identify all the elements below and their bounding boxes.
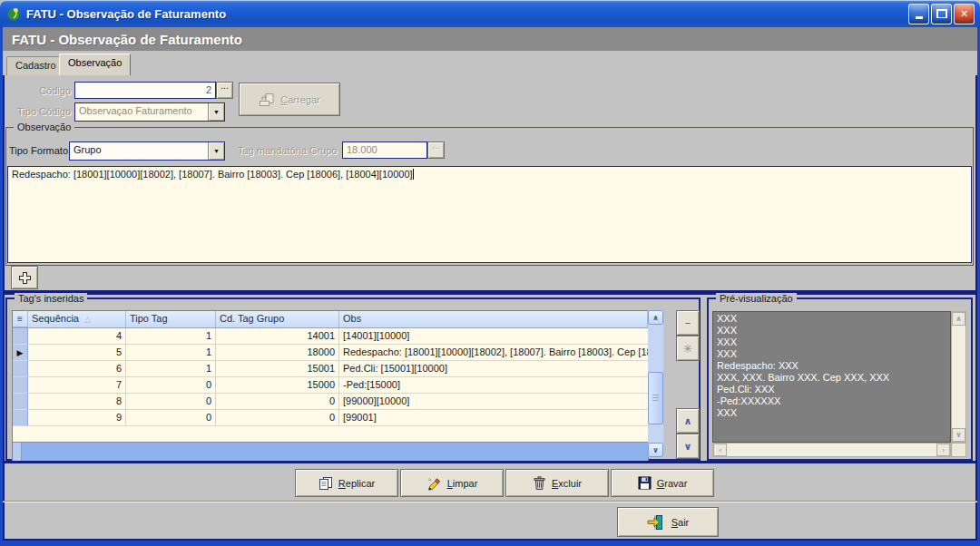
- scroll-left-icon[interactable]: ‹: [713, 444, 727, 456]
- chevron-down-icon[interactable]: ▼: [208, 142, 224, 160]
- row-list-icon[interactable]: ≡: [13, 311, 28, 327]
- row-selector[interactable]: [13, 377, 28, 394]
- refresh-tags-button[interactable]: ✳: [676, 336, 700, 361]
- scrollbar-thumb[interactable]: [648, 372, 663, 424]
- minimize-button[interactable]: [908, 4, 929, 24]
- cell-cd-tag-grupo[interactable]: 14001: [216, 328, 339, 345]
- cell-obs[interactable]: [99001]: [339, 410, 648, 426]
- row-selector[interactable]: [13, 328, 28, 345]
- tipo-codigo-select[interactable]: Observaçao Faturamento ▼: [74, 102, 225, 122]
- column-header-sequencia[interactable]: Sequência△: [28, 311, 126, 327]
- close-button[interactable]: ✕: [954, 4, 975, 24]
- excluir-label: Excluir: [552, 478, 582, 489]
- section-divider: [3, 290, 977, 295]
- cell-sequencia[interactable]: 7: [28, 377, 126, 394]
- gravar-button[interactable]: Gravar: [611, 469, 714, 497]
- add-tag-button[interactable]: [11, 266, 38, 289]
- table-row[interactable]: 800[99000][10000]: [13, 394, 648, 410]
- cell-tipo-tag[interactable]: 1: [126, 345, 216, 361]
- column-header-tipo-tag[interactable]: Tipo Tag: [126, 311, 216, 327]
- table-row[interactable]: 6115001Ped.Cli: [15001][10000]: [13, 361, 648, 377]
- arrow-down-icon: ∨: [684, 441, 692, 453]
- cell-cd-tag-grupo[interactable]: 15001: [216, 361, 339, 377]
- codigo-label: Código: [27, 85, 71, 96]
- cell-sequencia[interactable]: 8: [28, 394, 126, 410]
- tipo-formato-select[interactable]: Grupo ▼: [69, 141, 225, 161]
- text-caret: [413, 169, 414, 180]
- cell-sequencia[interactable]: 9: [28, 410, 126, 426]
- move-down-button[interactable]: ∨: [676, 434, 700, 459]
- scroll-up-icon[interactable]: ∧: [648, 310, 663, 325]
- observacao-textarea[interactable]: Redespacho: [18001][10000][18002], [1800…: [7, 166, 972, 263]
- tab-cadastro[interactable]: Cadastro: [6, 56, 65, 75]
- preview-vertical-scrollbar[interactable]: ∧ ∨: [951, 311, 966, 443]
- cell-obs[interactable]: Redespacho: [18001][10000][18002], [1800…: [339, 345, 648, 361]
- grid-vertical-scrollbar[interactable]: ∧ ∨: [648, 310, 663, 457]
- row-selector[interactable]: [13, 394, 28, 410]
- cell-tipo-tag[interactable]: 0: [126, 377, 216, 394]
- trash-icon: [533, 476, 546, 491]
- cell-sequencia[interactable]: 5: [28, 345, 126, 361]
- observacao-text: Redespacho: [18001][10000][18002], [1800…: [12, 169, 413, 180]
- cell-obs[interactable]: [14001][10000]: [339, 328, 648, 345]
- cell-cd-tag-grupo[interactable]: 18000: [216, 345, 339, 361]
- maximize-icon: [936, 9, 947, 18]
- page-title: FATU - Observação de Faturamento: [3, 32, 242, 47]
- remove-row-button[interactable]: −: [676, 310, 700, 336]
- cell-tipo-tag[interactable]: 1: [126, 328, 216, 345]
- grid-horizontal-scrollbar[interactable]: [13, 442, 648, 461]
- cell-cd-tag-grupo[interactable]: 0: [216, 410, 339, 426]
- scrollbar-thumb[interactable]: [13, 443, 22, 461]
- inner-border-right: [975, 75, 977, 539]
- cell-obs[interactable]: Ped.Cli: [15001][10000]: [339, 361, 648, 377]
- carregar-button[interactable]: Carregar: [239, 83, 340, 116]
- scroll-down-icon[interactable]: ∨: [952, 428, 965, 442]
- table-row[interactable]: 7015000-Ped:[15000]: [13, 377, 648, 394]
- arrow-up-icon: ∧: [684, 415, 692, 427]
- table-row[interactable]: 900[99001]: [13, 410, 648, 426]
- column-header-cd-tag-grupo[interactable]: Cd. Tag Grupo: [216, 311, 339, 327]
- preview-horizontal-scrollbar[interactable]: ‹ ›: [712, 443, 951, 457]
- cell-sequencia[interactable]: 4: [28, 328, 126, 345]
- column-header-obs[interactable]: Obs: [339, 311, 648, 327]
- preview-group-label: Pré-visualização: [716, 293, 797, 304]
- codigo-browse-button[interactable]: ...: [216, 82, 233, 99]
- cell-tipo-tag[interactable]: 0: [126, 394, 216, 410]
- table-row[interactable]: 4114001[14001][10000]: [13, 328, 648, 345]
- row-selector[interactable]: ▶: [13, 345, 28, 361]
- tab-observacao[interactable]: Observação: [59, 54, 131, 75]
- maximize-button[interactable]: [931, 4, 952, 24]
- tags-inseridas-group-label: Tag's inseridas: [15, 293, 87, 304]
- cell-cd-tag-grupo[interactable]: 0: [216, 394, 339, 410]
- grid-header-row: ≡ Sequência△ Tipo Tag Cd. Tag Grupo Obs: [13, 311, 648, 328]
- scroll-up-icon[interactable]: ∧: [952, 312, 965, 326]
- minimize-icon: [916, 16, 923, 19]
- chevron-down-icon[interactable]: ▼: [208, 103, 224, 121]
- window-border-bottom: [0, 541, 980, 546]
- scroll-down-icon[interactable]: ∨: [648, 443, 663, 457]
- app-window: FATU - Observação de Faturamento ✕ FATU …: [0, 0, 980, 546]
- row-selector[interactable]: [13, 361, 28, 377]
- table-row[interactable]: ▶5118000Redespacho: [18001][10000][18002…: [13, 345, 648, 361]
- cell-tipo-tag[interactable]: 1: [126, 361, 216, 377]
- cell-obs[interactable]: -Ped:[15000]: [339, 377, 648, 394]
- move-up-button[interactable]: ∧: [676, 408, 700, 434]
- tag-mandatoria-input[interactable]: 18.000: [342, 141, 427, 159]
- cell-cd-tag-grupo[interactable]: 15000: [216, 377, 339, 394]
- app-icon: [5, 5, 22, 22]
- cell-sequencia[interactable]: 6: [28, 361, 126, 377]
- limpar-button[interactable]: Limpar: [400, 469, 504, 497]
- row-selector[interactable]: [13, 410, 28, 426]
- sair-button[interactable]: Sair: [617, 507, 719, 537]
- cell-obs[interactable]: [99000][10000]: [339, 394, 648, 410]
- cell-tipo-tag[interactable]: 0: [126, 410, 216, 426]
- codigo-input[interactable]: 2: [74, 82, 216, 99]
- tags-grid: ≡ Sequência△ Tipo Tag Cd. Tag Grupo Obs …: [12, 310, 649, 462]
- tag-mandatoria-browse-button[interactable]: ...: [427, 141, 445, 159]
- excluir-button[interactable]: Excluir: [505, 469, 609, 497]
- preview-line: -Ped:XXXXXX: [717, 395, 946, 407]
- replicar-button[interactable]: Replicar: [295, 469, 398, 497]
- scroll-right-icon[interactable]: ›: [936, 444, 950, 456]
- minus-icon: −: [685, 317, 691, 328]
- title-bar[interactable]: FATU - Observação de Faturamento ✕: [0, 0, 980, 27]
